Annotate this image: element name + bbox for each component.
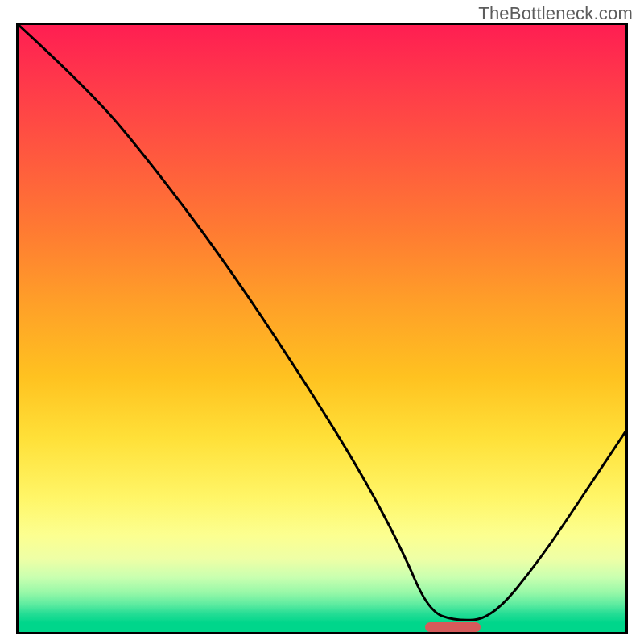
bottleneck-curve [19, 25, 625, 632]
plot-area [16, 23, 628, 634]
curve-path [19, 25, 625, 620]
optimal-range-marker [425, 622, 480, 632]
watermark-text: TheBottleneck.com [478, 3, 633, 24]
chart-container: TheBottleneck.com [0, 0, 644, 644]
